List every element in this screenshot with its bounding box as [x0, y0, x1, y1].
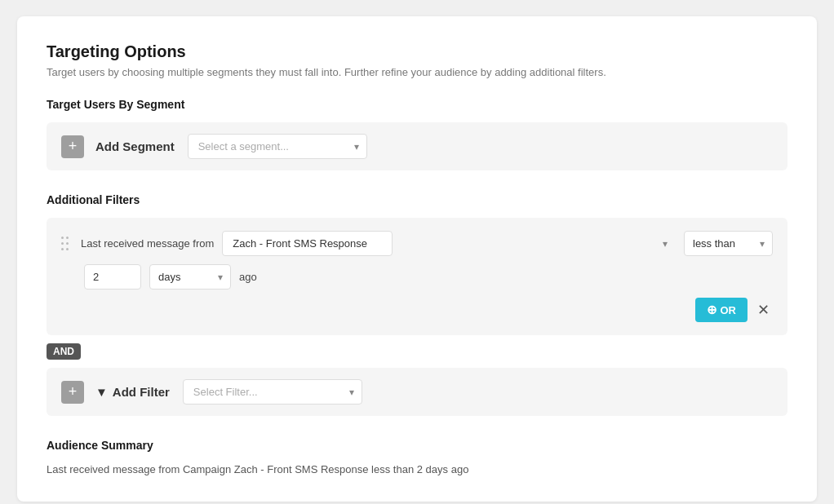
and-badge: AND: [47, 343, 81, 360]
number-input[interactable]: [84, 264, 141, 290]
remove-filter-button[interactable]: ✕: [754, 299, 773, 321]
add-filter-label: ▼ Add Filter: [95, 385, 170, 399]
add-filter-box: + ▼ Add Filter Select Filter...: [47, 368, 787, 416]
condition-select[interactable]: less than greater than equal to: [684, 231, 773, 256]
campaign-select-wrapper: Zach - Front SMS Response: [222, 231, 676, 256]
period-select[interactable]: days minutes hours weeks months: [149, 264, 231, 290]
audience-summary-title: Audience Summary: [47, 439, 787, 452]
targeting-options-card: Targeting Options Target users by choosi…: [17, 16, 817, 502]
filter-row-top: Last received message from Zach - Front …: [61, 231, 773, 256]
add-segment-label: Add Segment: [95, 139, 175, 153]
ago-label: ago: [239, 271, 257, 283]
filter-row-bottom: days minutes hours weeks months ago: [61, 264, 773, 290]
drag-handle: [61, 237, 68, 250]
or-button-label: OR: [721, 304, 737, 316]
filter-row-label: Last received message from: [81, 237, 214, 250]
segment-section-title: Target Users By Segment: [47, 98, 787, 111]
segment-select-wrapper: Select a segment...: [188, 134, 367, 159]
period-select-wrapper: days minutes hours weeks months: [149, 264, 231, 290]
condition-select-wrapper: less than greater than equal to: [684, 231, 773, 256]
campaign-select[interactable]: Zach - Front SMS Response: [222, 231, 393, 256]
additional-filters-section: Additional Filters Last received message…: [47, 193, 787, 416]
add-filter-select[interactable]: Select Filter...: [183, 379, 362, 405]
filters-section-title: Additional Filters: [47, 193, 787, 206]
filter-funnel-icon: ▼: [95, 385, 108, 399]
page-title: Targeting Options: [47, 42, 787, 61]
audience-summary-text: Last received message from Campaign Zach…: [47, 463, 787, 475]
add-segment-button[interactable]: +: [61, 135, 84, 158]
filter-actions: ⊕ OR ✕: [61, 298, 773, 322]
or-plus-icon: ⊕: [707, 303, 717, 317]
add-filter-select-wrapper: Select Filter...: [183, 379, 362, 405]
add-filter-button[interactable]: +: [61, 381, 84, 404]
add-segment-box: + Add Segment Select a segment...: [47, 122, 787, 170]
or-button[interactable]: ⊕ OR: [695, 298, 748, 322]
segment-select[interactable]: Select a segment...: [188, 134, 367, 159]
page-subtitle: Target users by choosing multiple segmen…: [47, 66, 787, 78]
filter-card: Last received message from Zach - Front …: [47, 218, 787, 335]
